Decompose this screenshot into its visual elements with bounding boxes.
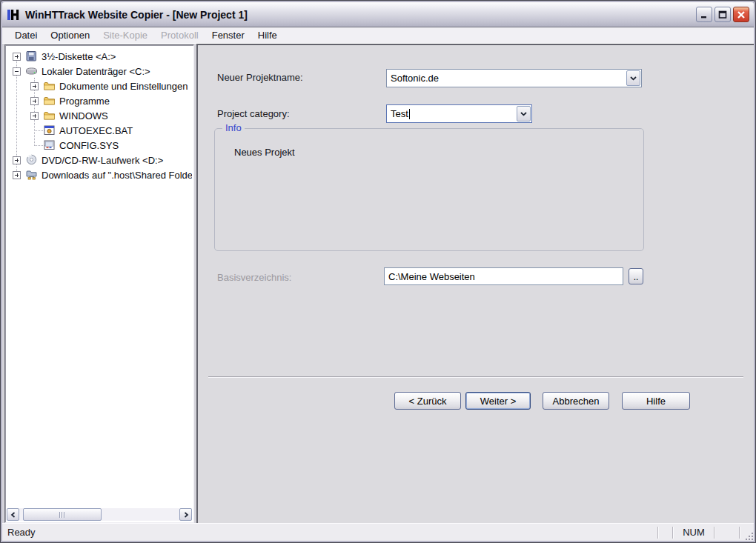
chevron-down-icon[interactable] bbox=[517, 106, 531, 121]
thumb-grip bbox=[59, 512, 65, 518]
tree-item-dvd-drive-d[interactable]: DVD/CD-RW-Laufwerk <D:> bbox=[7, 153, 192, 167]
window-title: WinHTTrack Website Copier - [New Project… bbox=[25, 9, 696, 21]
separator-line bbox=[208, 376, 743, 378]
help-button[interactable]: Hilfe bbox=[622, 392, 690, 410]
folder-icon bbox=[43, 95, 56, 107]
resize-grip[interactable] bbox=[740, 527, 754, 541]
menu-fenster[interactable]: Fenster bbox=[205, 28, 251, 42]
tree-item-local-disk-c[interactable]: Lokaler Datenträger <C:> bbox=[7, 64, 192, 79]
tree-item-label: Dokumente und Einstellungen bbox=[59, 81, 188, 92]
project-category-label: Project category: bbox=[217, 108, 290, 119]
status-bar: Ready NUM bbox=[2, 523, 754, 541]
statusbar-divider bbox=[657, 527, 659, 539]
project-name-combobox[interactable]: Softonic.de bbox=[386, 69, 642, 87]
base-directory-label: Basisverzeichnis: bbox=[217, 272, 291, 283]
back-button[interactable]: < Zurück bbox=[394, 392, 461, 410]
tree-item-shared-folders[interactable]: Downloads auf ".host\Shared Folders" bbox=[7, 167, 192, 182]
project-category-value: Test bbox=[391, 108, 408, 119]
expand-plus-icon[interactable] bbox=[30, 97, 39, 105]
status-text: Ready bbox=[2, 527, 657, 538]
statusbar-divider bbox=[714, 527, 715, 539]
app-logo-icon bbox=[7, 7, 21, 22]
menu-optionen[interactable]: Optionen bbox=[44, 28, 96, 42]
tree-item-label: CONFIG.SYS bbox=[59, 140, 119, 151]
scrollbar-track[interactable] bbox=[19, 508, 179, 521]
tree-item-label: WINDOWS bbox=[59, 110, 108, 121]
scroll-right-button[interactable] bbox=[179, 508, 192, 521]
info-groupbox: Info Neues Projekt bbox=[214, 128, 644, 251]
batch-file-icon bbox=[43, 124, 56, 136]
tree-item-label: AUTOEXEC.BAT bbox=[59, 125, 133, 136]
menu-site-kopie: Site-Kopie bbox=[96, 28, 154, 42]
project-name-value: Softonic.de bbox=[391, 73, 439, 84]
folder-tree-panel: 3½-Diskette <A:> Lokaler Datenträger <C:… bbox=[4, 44, 194, 523]
minimize-button[interactable] bbox=[696, 7, 712, 22]
folder-tree: 3½-Diskette <A:> Lokaler Datenträger <C:… bbox=[7, 47, 192, 508]
cancel-button[interactable]: Abbrechen bbox=[543, 392, 609, 410]
network-share-icon bbox=[25, 169, 38, 181]
expand-plus-icon[interactable] bbox=[30, 82, 39, 90]
base-directory-value: C:\Meine Webseiten bbox=[388, 271, 475, 282]
maximize-button[interactable] bbox=[714, 7, 731, 22]
menu-protokoll: Protokoll bbox=[154, 28, 205, 42]
folder-icon bbox=[43, 80, 56, 92]
folder-icon bbox=[43, 110, 56, 121]
menu-bar: Datei Optionen Site-Kopie Protokoll Fens… bbox=[2, 27, 754, 44]
next-button[interactable]: Weiter > bbox=[465, 392, 531, 410]
floppy-drive-icon bbox=[25, 50, 38, 62]
close-button[interactable] bbox=[733, 7, 749, 22]
new-project-panel: Neuer Projektname: Softonic.de Project c… bbox=[196, 44, 754, 523]
app-window: WinHTTrack Website Copier - [New Project… bbox=[0, 0, 756, 543]
cd-drive-icon bbox=[25, 154, 38, 166]
menu-datei[interactable]: Datei bbox=[8, 28, 44, 42]
text-caret bbox=[409, 109, 410, 119]
title-bar[interactable]: WinHTTrack Website Copier - [New Project… bbox=[2, 2, 754, 27]
expand-plus-icon[interactable] bbox=[13, 171, 21, 179]
tree-item-label: Downloads auf ".host\Shared Folders" bbox=[42, 170, 192, 181]
expand-plus-icon[interactable] bbox=[30, 112, 39, 120]
info-text: Neues Projekt bbox=[234, 147, 295, 158]
browse-button[interactable]: .. bbox=[629, 268, 643, 284]
expand-plus-icon[interactable] bbox=[13, 156, 21, 164]
tree-item-floppy-a[interactable]: 3½-Diskette <A:> bbox=[7, 49, 192, 64]
info-group-title: Info bbox=[222, 122, 245, 133]
tree-horizontal-scrollbar[interactable] bbox=[7, 508, 192, 521]
client-area: 3½-Diskette <A:> Lokaler Datenträger <C:… bbox=[2, 44, 754, 523]
chevron-down-icon[interactable] bbox=[626, 70, 640, 86]
tree-item-label: Programme bbox=[59, 96, 110, 107]
tree-item-label: DVD/CD-RW-Laufwerk <D:> bbox=[42, 155, 163, 166]
base-directory-input[interactable]: C:\Meine Webseiten bbox=[384, 267, 623, 285]
system-file-icon bbox=[43, 139, 56, 151]
scrollbar-thumb[interactable] bbox=[23, 508, 102, 521]
scroll-left-button[interactable] bbox=[7, 508, 19, 521]
tree-item-label: Lokaler Datenträger <C:> bbox=[42, 66, 150, 77]
collapse-minus-icon[interactable] bbox=[13, 67, 21, 76]
tree-item-label: 3½-Diskette <A:> bbox=[42, 51, 116, 62]
hard-drive-icon bbox=[25, 65, 38, 77]
expand-plus-icon[interactable] bbox=[13, 53, 21, 61]
num-lock-indicator: NUM bbox=[674, 527, 714, 538]
project-name-label: Neuer Projektname: bbox=[217, 72, 303, 83]
project-category-combobox[interactable]: Test bbox=[386, 104, 532, 123]
menu-hilfe[interactable]: Hilfe bbox=[251, 28, 284, 42]
